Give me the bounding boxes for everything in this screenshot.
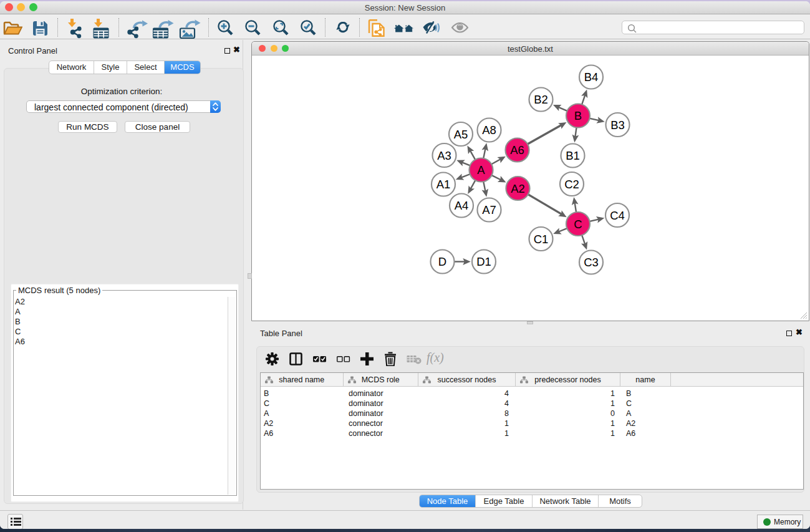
svg-text:A2: A2: [511, 182, 525, 195]
svg-text:C: C: [574, 218, 582, 231]
svg-text:A5: A5: [454, 128, 468, 141]
svg-text:B3: B3: [610, 118, 625, 132]
svg-text:A1: A1: [436, 178, 451, 191]
svg-text:A3: A3: [437, 149, 451, 162]
svg-text:B: B: [574, 109, 582, 122]
svg-text:C3: C3: [584, 256, 599, 269]
svg-text:D1: D1: [476, 255, 491, 268]
svg-text:D: D: [438, 255, 446, 268]
svg-text:A7: A7: [482, 203, 496, 216]
svg-text:C1: C1: [534, 233, 549, 246]
svg-text:B2: B2: [534, 93, 548, 106]
svg-text:A: A: [477, 163, 485, 177]
svg-text:A8: A8: [482, 123, 496, 137]
svg-text:B1: B1: [566, 149, 580, 162]
svg-text:C2: C2: [564, 178, 579, 191]
svg-text:A6: A6: [510, 143, 524, 157]
svg-text:A4: A4: [455, 199, 469, 212]
svg-text:C4: C4: [610, 209, 625, 222]
svg-text:B4: B4: [584, 70, 599, 84]
